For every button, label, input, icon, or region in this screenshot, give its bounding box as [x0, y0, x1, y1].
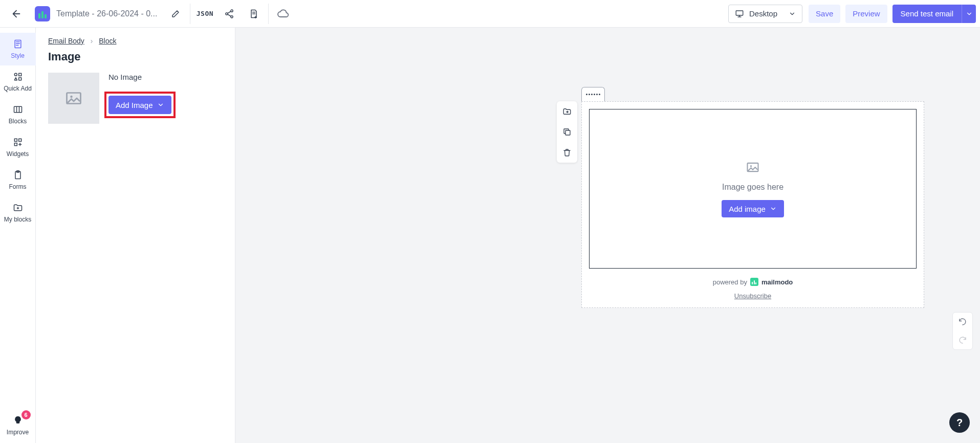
undo-icon: [958, 317, 967, 326]
rename-button[interactable]: [163, 2, 188, 26]
viewport-select[interactable]: Desktop: [728, 5, 802, 23]
share-button[interactable]: [217, 2, 242, 26]
no-image-label: No Image: [108, 73, 171, 81]
arrow-left-icon: [11, 8, 22, 19]
send-test-group: Send test email: [892, 5, 976, 23]
redo-icon: [958, 336, 967, 345]
undo-button[interactable]: [953, 313, 972, 331]
svg-rect-4: [15, 40, 21, 48]
divider: [268, 4, 269, 24]
image-icon: [64, 89, 83, 107]
canvas-add-image-label: Add image: [729, 205, 766, 213]
image-icon: [746, 160, 760, 174]
app-header: Template - 26-06-2024 - 0... JSON Deskto…: [0, 0, 980, 28]
add-image-label: Add Image: [116, 101, 153, 109]
note-add-icon: [249, 9, 259, 19]
image-thumbnail-placeholder: [48, 73, 99, 124]
svg-point-14: [70, 96, 73, 98]
json-button[interactable]: JSON: [192, 2, 217, 26]
block-drag-handle[interactable]: [581, 87, 605, 101]
chevron-down-icon: [157, 101, 164, 108]
nav-label: Style: [11, 52, 25, 59]
chevron-down-icon: [770, 205, 777, 212]
nav-label: Forms: [9, 183, 27, 190]
left-nav: Style Quick Add Blocks Widgets Forms My …: [0, 28, 36, 443]
nav-label: Quick Add: [4, 85, 32, 92]
properties-panel: Email Body › Block Image No Image Add Im…: [36, 28, 235, 443]
panel-title: Image: [48, 50, 223, 63]
help-icon: ?: [956, 417, 963, 429]
duplicate-button[interactable]: [557, 122, 577, 142]
trash-icon: [562, 148, 572, 157]
svg-point-17: [750, 165, 752, 167]
clipboard-icon: [13, 170, 23, 180]
note-add-button[interactable]: [242, 2, 266, 26]
pencil-icon: [171, 9, 180, 18]
svg-rect-7: [14, 106, 21, 113]
desktop-icon: [735, 9, 744, 18]
nav-improve[interactable]: 6 Improve: [0, 408, 36, 443]
save-button[interactable]: Save: [809, 5, 840, 23]
chevron-right-icon: ›: [91, 37, 93, 45]
image-block[interactable]: Image goes here Add image: [589, 109, 917, 269]
svg-rect-6: [18, 73, 21, 76]
breadcrumb: Email Body › Block: [48, 37, 223, 45]
improve-badge: 6: [21, 410, 31, 419]
crumb-email-body[interactable]: Email Body: [48, 37, 84, 45]
nav-label: Improve: [7, 429, 29, 436]
widgets-icon: [13, 137, 23, 147]
mailmodo-logo-icon: [750, 278, 758, 286]
style-icon: [13, 39, 23, 49]
crumb-block[interactable]: Block: [99, 37, 116, 45]
brand-name: mailmodo: [761, 278, 793, 286]
powered-by: powered by mailmodo: [589, 278, 917, 286]
viewport-label: Desktop: [749, 9, 777, 18]
svg-rect-15: [565, 130, 570, 135]
block-toolbar: [557, 101, 577, 163]
email-body-container[interactable]: Image goes here Add image powered by mai…: [581, 101, 924, 308]
svg-rect-10: [14, 143, 17, 146]
nav-blocks[interactable]: Blocks: [0, 98, 36, 131]
svg-point-5: [14, 73, 17, 76]
columns-icon: [13, 104, 23, 115]
shapes-icon: [13, 72, 23, 82]
divider: [190, 4, 190, 24]
move-to-folder-button[interactable]: [557, 101, 577, 122]
svg-rect-8: [14, 139, 17, 141]
image-placeholder-text: Image goes here: [722, 183, 783, 192]
redo-button[interactable]: [953, 331, 972, 349]
nav-label: Widgets: [7, 150, 29, 158]
folder-move-icon: [562, 107, 572, 116]
canvas-add-image-button[interactable]: Add image: [722, 200, 784, 217]
nav-widgets[interactable]: Widgets: [0, 131, 36, 164]
history-toolbar: [952, 312, 973, 350]
template-name: Template - 26-06-2024 - 0...: [56, 9, 157, 18]
send-test-button[interactable]: Send test email: [892, 5, 962, 23]
add-image-button[interactable]: Add Image: [108, 96, 171, 114]
preview-button[interactable]: Preview: [845, 5, 887, 23]
nav-forms[interactable]: Forms: [0, 164, 36, 196]
canvas: Image goes here Add image powered by mai…: [235, 28, 980, 443]
send-dropdown-button[interactable]: [962, 5, 976, 23]
share-icon: [224, 9, 234, 19]
chevron-down-icon: [966, 10, 973, 17]
chevron-down-icon: [789, 10, 796, 17]
nav-quick-add[interactable]: Quick Add: [0, 65, 36, 98]
nav-label: Blocks: [9, 118, 27, 125]
folder-add-icon: [13, 203, 23, 213]
cloud-icon: [277, 8, 289, 20]
nav-my-blocks[interactable]: My blocks: [0, 196, 36, 229]
nav-label: My blocks: [4, 216, 31, 223]
svg-rect-9: [18, 139, 21, 141]
delete-button[interactable]: [557, 142, 577, 163]
powered-by-text: powered by: [713, 278, 747, 286]
app-logo: [35, 6, 50, 21]
help-button[interactable]: ?: [949, 412, 970, 433]
nav-style[interactable]: Style: [0, 33, 36, 65]
cloud-sync-button[interactable]: [271, 2, 295, 26]
copy-icon: [562, 127, 572, 137]
back-button[interactable]: [4, 2, 29, 26]
lightbulb-icon: [13, 415, 23, 426]
svg-rect-3: [736, 11, 743, 15]
unsubscribe-link[interactable]: Unsubscribe: [734, 292, 771, 300]
